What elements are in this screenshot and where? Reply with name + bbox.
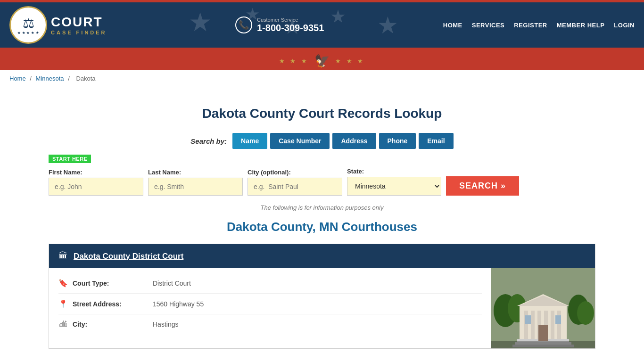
eagle-icon: 🦅 bbox=[314, 54, 330, 68]
svg-rect-6 bbox=[524, 311, 528, 341]
first-name-input[interactable] bbox=[49, 178, 143, 196]
search-by-label: Search by: bbox=[190, 137, 227, 145]
detail-row-address: 📍 Street Address: 1560 Highway 55 bbox=[58, 294, 482, 314]
customer-service: 📞 Customer Service 1-800-309-9351 bbox=[235, 16, 324, 33]
city-detail-value: Hastings bbox=[153, 321, 178, 328]
logo-court-text: COURT bbox=[51, 15, 107, 30]
city-icon: 🏙 bbox=[58, 320, 68, 329]
logo-area: ⚖ ★ ★ ★ ★ ★ COURT CASE FINDER bbox=[9, 6, 107, 44]
court-type-label: Court Type: bbox=[73, 280, 148, 287]
logo-case-finder-text: CASE FINDER bbox=[51, 30, 107, 35]
search-form-row: First Name: Last Name: City (optional): … bbox=[49, 168, 595, 196]
city-label: City (optional): bbox=[248, 169, 342, 176]
tab-address[interactable]: Address bbox=[332, 133, 376, 149]
red-divider bbox=[0, 48, 644, 51]
svg-rect-7 bbox=[531, 311, 535, 341]
courthouse-details: 🔖 Court Type: District Court 📍 Street Ad… bbox=[49, 268, 491, 348]
court-icon: ⚖ bbox=[17, 16, 40, 31]
address-icon: 📍 bbox=[58, 299, 68, 308]
logo-stars: ★ ★ ★ ★ ★ bbox=[17, 31, 40, 35]
courthouse-icon: 🏛 bbox=[58, 251, 68, 262]
svg-rect-20 bbox=[491, 341, 595, 348]
cs-phone: 1-800-309-9351 bbox=[257, 23, 324, 33]
svg-rect-17 bbox=[538, 325, 548, 341]
svg-rect-19 bbox=[555, 315, 561, 324]
search-by-row: Search by: Name Case Number Address Phon… bbox=[49, 133, 595, 149]
left-stars: ★ ★ ★ bbox=[279, 58, 309, 65]
state-select[interactable]: Minnesota bbox=[347, 177, 441, 196]
tab-phone[interactable]: Phone bbox=[379, 133, 416, 149]
star-1: ★ bbox=[189, 7, 212, 37]
nav-member-help[interactable]: MEMBER HELP bbox=[557, 22, 605, 29]
svg-rect-18 bbox=[525, 315, 531, 324]
city-detail-label: City: bbox=[73, 321, 148, 328]
courthouses-title: Dakota County, MN Courthouses bbox=[49, 220, 595, 234]
courthouse-header: 🏛 Dakota County District Court bbox=[49, 244, 595, 268]
last-name-input[interactable] bbox=[148, 178, 243, 196]
start-here-badge: START HERE bbox=[49, 155, 91, 163]
eagle-banner-inner: ★ ★ ★ 🦅 ★ ★ ★ bbox=[279, 54, 365, 68]
nav-home[interactable]: HOME bbox=[443, 22, 462, 29]
detail-row-city: 🏙 City: Hastings bbox=[58, 314, 482, 334]
tab-case-number[interactable]: Case Number bbox=[270, 133, 330, 149]
courthouse-image bbox=[491, 268, 595, 348]
star-5: ★ bbox=[377, 12, 398, 39]
address-label: Street Address: bbox=[73, 300, 148, 308]
logo-circle: ⚖ ★ ★ ★ ★ ★ bbox=[9, 6, 47, 44]
right-stars: ★ ★ ★ bbox=[335, 58, 365, 65]
breadcrumb-sep-2: / bbox=[68, 75, 71, 82]
site-header: ★ ★ ★ ★ ★ ⚖ ★ ★ ★ ★ ★ COURT CASE FINDER … bbox=[0, 2, 644, 48]
court-type-icon: 🔖 bbox=[58, 279, 68, 288]
last-name-group: Last Name: bbox=[148, 169, 243, 196]
nav-register[interactable]: REGISTER bbox=[514, 22, 547, 29]
city-input[interactable] bbox=[248, 178, 342, 196]
main-content: Dakota County Court Records Lookup Searc… bbox=[39, 87, 605, 362]
courthouse-card: 🏛 Dakota County District Court 🔖 Court T… bbox=[49, 244, 595, 349]
address-value: 1560 Highway 55 bbox=[153, 300, 204, 308]
svg-point-4 bbox=[577, 301, 594, 325]
breadcrumb-home[interactable]: Home bbox=[9, 75, 26, 82]
courthouse-name-link[interactable]: Dakota County District Court bbox=[74, 252, 183, 261]
court-type-value: District Court bbox=[153, 280, 191, 287]
state-group: State: Minnesota bbox=[347, 168, 441, 196]
svg-rect-11 bbox=[557, 311, 561, 341]
search-button[interactable]: SEARCH » bbox=[446, 176, 519, 196]
cs-label: Customer Service bbox=[257, 17, 324, 23]
breadcrumb-state[interactable]: Minnesota bbox=[36, 75, 64, 82]
breadcrumb-county: Dakota bbox=[76, 75, 95, 82]
eagle-banner: ★ ★ ★ 🦅 ★ ★ ★ bbox=[0, 51, 644, 68]
page-title: Dakota County Court Records Lookup bbox=[49, 106, 595, 121]
svg-rect-10 bbox=[551, 311, 554, 341]
nav-login[interactable]: LOGIN bbox=[614, 22, 635, 29]
nav-services[interactable]: SERVICES bbox=[472, 22, 505, 29]
detail-row-court-type: 🔖 Court Type: District Court bbox=[58, 273, 482, 294]
breadcrumb: Home / Minnesota / Dakota bbox=[0, 70, 644, 87]
courthouse-body: 🔖 Court Type: District Court 📍 Street Ad… bbox=[49, 268, 595, 348]
tab-email[interactable]: Email bbox=[419, 133, 453, 149]
phone-icon: 📞 bbox=[235, 16, 252, 33]
state-label: State: bbox=[347, 168, 441, 175]
star-4: ★ bbox=[330, 6, 346, 27]
tab-name[interactable]: Name bbox=[232, 133, 267, 149]
cs-text: Customer Service 1-800-309-9351 bbox=[257, 17, 324, 33]
first-name-group: First Name: bbox=[49, 169, 143, 196]
logo-inner: ⚖ ★ ★ ★ ★ ★ bbox=[17, 16, 40, 35]
info-note: The following is for information purpose… bbox=[49, 204, 595, 211]
logo-text: COURT CASE FINDER bbox=[51, 15, 107, 35]
last-name-label: Last Name: bbox=[148, 169, 243, 176]
courthouse-building-svg bbox=[491, 268, 595, 348]
first-name-label: First Name: bbox=[49, 169, 143, 176]
city-group: City (optional): bbox=[248, 169, 342, 196]
breadcrumb-sep-1: / bbox=[30, 75, 33, 82]
main-nav: HOME SERVICES REGISTER MEMBER HELP LOGIN bbox=[443, 22, 635, 29]
